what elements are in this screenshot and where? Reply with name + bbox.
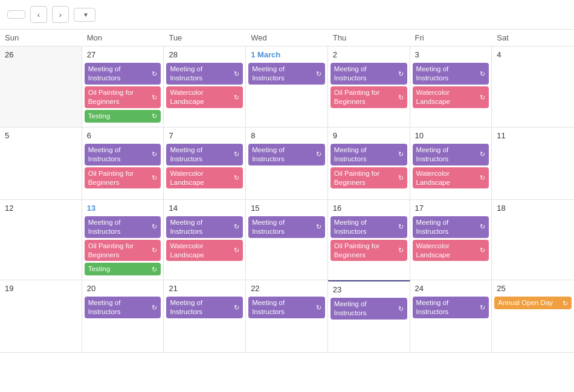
calendar-event[interactable]: Meeting of Instructors↻ (413, 144, 489, 165)
event-title: Meeting of Instructors (416, 298, 478, 316)
calendar-event[interactable]: Meeting of Instructors↻ (166, 144, 243, 165)
prev-button[interactable]: ‹ (30, 6, 47, 23)
today-button[interactable] (7, 10, 25, 19)
calendar-cell: 2Meeting of Instructors↻Oil Painting for… (328, 47, 410, 127)
calendar-event[interactable]: Meeting of Instructors↻ (248, 297, 325, 318)
cell-date: 22 (248, 283, 262, 294)
calendar-event[interactable]: Watercolor Landscape↻ (413, 167, 489, 189)
calendar-event[interactable]: Meeting of Instructors↻ (331, 144, 407, 165)
calendar-cell: 23Meeting of Instructors↻ (328, 280, 410, 353)
event-title: Oil Painting for Beginners (334, 169, 396, 187)
calendar-cell: 21Meeting of Instructors↻ (164, 280, 246, 353)
month-selector[interactable]: ▼ (74, 8, 95, 22)
refresh-icon: ↻ (398, 69, 404, 78)
calendar-event[interactable]: Oil Painting for Beginners↻ (331, 86, 407, 108)
calendar-event[interactable]: Meeting of Instructors↻ (331, 216, 407, 238)
calendar-event[interactable]: Watercolor Landscape↻ (166, 167, 243, 189)
calendar-cell: 10Meeting of Instructors↻Watercolor Land… (410, 127, 492, 200)
calendar-event[interactable]: Meeting of Instructors↻ (248, 144, 325, 165)
refresh-icon: ↻ (234, 173, 239, 182)
refresh-icon: ↻ (480, 222, 485, 231)
calendar-event[interactable]: Annual Open Day↻ (494, 297, 572, 309)
calendar-event[interactable]: Oil Painting for Beginners↻ (331, 240, 407, 262)
calendar-header: ‹ › ▼ (0, 0, 574, 30)
calendar-event[interactable]: Meeting of Instructors↻ (85, 297, 161, 318)
cell-date: 3 (413, 49, 422, 60)
refresh-icon: ↻ (563, 299, 568, 307)
calendar-event[interactable]: Testing↻ (85, 110, 161, 123)
calendar-event[interactable]: Meeting of Instructors↻ (85, 216, 161, 238)
calendar-event[interactable]: Meeting of Instructors↻ (248, 63, 325, 85)
refresh-icon: ↻ (234, 246, 239, 254)
event-title: Meeting of Instructors (334, 146, 396, 164)
calendar-event[interactable]: Meeting of Instructors↻ (248, 216, 325, 238)
refresh-icon: ↻ (316, 222, 321, 231)
day-header-wed: Wed (246, 30, 328, 46)
event-title: Watercolor Landscape (170, 169, 231, 187)
cell-date: 23 (331, 284, 344, 295)
refresh-icon: ↻ (152, 112, 157, 120)
event-title: Meeting of Instructors (252, 146, 314, 164)
calendar-event[interactable]: Meeting of Instructors↻ (413, 297, 489, 318)
day-header-sat: Sat (492, 30, 574, 46)
calendar-cell: 13Meeting of Instructors↻Oil Painting fo… (82, 200, 164, 281)
cell-date: 11 (494, 130, 508, 141)
cell-date: 15 (248, 202, 262, 214)
calendar-event[interactable]: Testing↻ (85, 263, 161, 275)
calendar-event[interactable]: Watercolor Landscape↻ (166, 240, 243, 262)
refresh-icon: ↻ (152, 173, 157, 182)
chevron-down-icon: ▼ (83, 11, 89, 18)
cell-date: 16 (331, 202, 344, 214)
cell-date: 5 (2, 130, 11, 141)
calendar-event[interactable]: Oil Painting for Beginners↻ (85, 86, 161, 108)
cell-date: 20 (85, 283, 98, 294)
cell-date: 14 (166, 202, 179, 214)
calendar-container: ‹ › ▼ SunMonTueWedThuFriSat 2627Meeting … (0, 0, 574, 353)
calendar-cell: 4 (492, 47, 574, 127)
cell-date: 27 (85, 49, 98, 60)
calendar-event[interactable]: Meeting of Instructors↻ (166, 297, 243, 318)
event-title: Meeting of Instructors (170, 218, 231, 236)
calendar-event[interactable]: Watercolor Landscape↻ (166, 86, 243, 108)
cell-date: 10 (413, 130, 426, 141)
day-headers-row: SunMonTueWedThuFriSat (0, 30, 574, 47)
refresh-icon: ↻ (152, 246, 157, 254)
cell-date: 12 (2, 202, 16, 214)
cell-date: 17 (413, 202, 426, 214)
refresh-icon: ↻ (398, 173, 404, 182)
calendar-event[interactable]: Meeting of Instructors↻ (166, 216, 243, 238)
event-title: Watercolor Landscape (416, 242, 478, 260)
event-title: Testing (88, 265, 150, 274)
calendar-cell: 3Meeting of Instructors↻Watercolor Lands… (410, 47, 492, 127)
calendar-event[interactable]: Oil Painting for Beginners↻ (85, 240, 161, 262)
calendar-event[interactable]: Meeting of Instructors↻ (85, 63, 161, 85)
calendar-cell: 8Meeting of Instructors↻ (246, 127, 328, 200)
day-header-sun: Sun (0, 30, 82, 46)
calendar-cell: 17Meeting of Instructors↻Watercolor Land… (410, 200, 492, 281)
calendar-event[interactable]: Oil Painting for Beginners↻ (85, 167, 161, 189)
refresh-icon: ↻ (480, 150, 485, 158)
cell-date: 28 (166, 49, 179, 60)
refresh-icon: ↻ (480, 93, 485, 101)
calendar-cell: 15Meeting of Instructors↻ (246, 200, 328, 281)
refresh-icon: ↻ (480, 173, 485, 182)
calendar-event[interactable]: Meeting of Instructors↻ (331, 298, 407, 320)
calendar-event[interactable]: Meeting of Instructors↻ (413, 63, 489, 85)
event-title: Watercolor Landscape (416, 88, 478, 106)
event-title: Watercolor Landscape (170, 242, 231, 260)
calendar-event[interactable]: Meeting of Instructors↻ (166, 63, 243, 85)
cell-date: 7 (166, 130, 175, 141)
next-button[interactable]: › (52, 6, 69, 23)
cell-date: 1 March (248, 49, 283, 60)
event-title: Oil Painting for Beginners (334, 88, 396, 106)
calendar-event[interactable]: Meeting of Instructors↻ (331, 63, 407, 85)
calendar-event[interactable]: Meeting of Instructors↻ (85, 144, 161, 165)
calendar-event[interactable]: Oil Painting for Beginners↻ (331, 167, 407, 189)
day-header-tue: Tue (164, 30, 246, 46)
calendar-cell: 19 (0, 280, 82, 353)
calendar-event[interactable]: Watercolor Landscape↻ (413, 240, 489, 262)
day-header-mon: Mon (82, 30, 164, 46)
event-title: Meeting of Instructors (170, 298, 231, 316)
calendar-event[interactable]: Meeting of Instructors↻ (413, 216, 489, 238)
calendar-event[interactable]: Watercolor Landscape↻ (413, 86, 489, 108)
